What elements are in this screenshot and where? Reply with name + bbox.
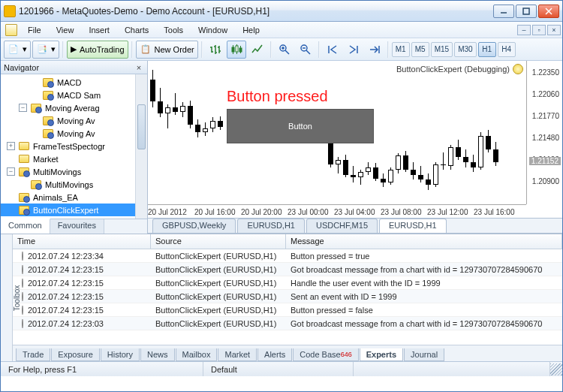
window-title: 1201966 - MetaQuotes-Demo - Demo Account…	[19, 6, 492, 17]
log-row[interactable]: 2012.07.24 12:23:15ButtonClickExpert (EU…	[13, 263, 562, 276]
chart-button[interactable]: Button	[227, 109, 374, 143]
expand-icon[interactable]	[31, 116, 39, 125]
mdi-close[interactable]: ×	[547, 25, 561, 35]
menu-charts[interactable]: Charts	[117, 24, 156, 36]
svg-rect-3	[239, 48, 242, 52]
tree-item[interactable]: MACD Sam	[1, 89, 147, 101]
toolbar: 📄▾ 📑▾ ▶AutoTrading 📋New Order M1M5M15M30…	[1, 38, 562, 61]
timeframe-M30[interactable]: M30	[454, 42, 476, 57]
maximize-button[interactable]	[516, 5, 537, 18]
timeframe-M15[interactable]: M15	[431, 42, 453, 57]
log-row[interactable]: 2012.07.24 12:23:34ButtonClickExpert (EU…	[13, 249, 562, 263]
toolbox-side: Toolbox	[1, 234, 13, 361]
timeframe-H4[interactable]: H4	[498, 42, 516, 57]
timeframe-H1[interactable]: H1	[478, 42, 496, 57]
tree-item[interactable]: MACD	[1, 76, 147, 89]
expand-icon[interactable]	[31, 91, 39, 99]
col-message[interactable]: Message	[286, 234, 562, 249]
tree-item[interactable]: Moving Av	[1, 127, 147, 140]
bar-chart-button[interactable]	[206, 41, 225, 59]
chart[interactable]: ButtonClickExpert (Debugging) Button pre…	[148, 61, 562, 219]
log-tab-journal[interactable]: Journal	[404, 348, 444, 361]
autotrading-button[interactable]: ▶AutoTrading	[67, 41, 128, 59]
tree-item[interactable]: BuyLimit	[1, 216, 147, 219]
tree-item[interactable]: +FrameTestSpectogr	[1, 140, 147, 152]
log-tab-history[interactable]: History	[101, 348, 140, 361]
log-rows[interactable]: 2012.07.24 12:23:34ButtonClickExpert (EU…	[13, 249, 562, 345]
expand-icon[interactable]	[31, 129, 39, 137]
log-tab-market[interactable]: Market	[218, 348, 257, 361]
tree-item[interactable]: −Moving Averag	[1, 101, 147, 114]
log-tab-exposure[interactable]: Exposure	[51, 348, 99, 361]
svg-rect-2	[236, 46, 238, 52]
chart-tab[interactable]: EURUSD,H1	[237, 219, 305, 233]
zoom-out-button[interactable]	[296, 41, 315, 59]
tree-item[interactable]: Animals_EA	[1, 191, 147, 204]
expand-icon[interactable]	[31, 78, 39, 86]
candle-chart-button[interactable]	[227, 41, 246, 59]
menu-file[interactable]: File	[20, 24, 49, 36]
timeframe-M5[interactable]: M5	[411, 42, 429, 57]
scroll-end-button[interactable]	[344, 41, 363, 59]
log-row[interactable]: 2012.07.24 12:23:15ButtonClickExpert (EU…	[13, 303, 562, 317]
resize-grip[interactable]	[550, 363, 562, 375]
zoom-in-button[interactable]	[275, 41, 294, 59]
navigator-tab-common[interactable]: Common	[1, 219, 50, 234]
menu-tools[interactable]: Tools	[156, 24, 191, 36]
mdi-minimize[interactable]: –	[517, 25, 531, 35]
expand-icon[interactable]	[19, 180, 27, 188]
scroll-begin-button[interactable]	[323, 41, 342, 59]
expand-icon[interactable]: −	[19, 104, 27, 112]
candle-body	[441, 164, 446, 166]
chart-tab[interactable]: USDCHF,M15	[306, 219, 378, 233]
expand-icon[interactable]	[7, 155, 15, 163]
menu-help[interactable]: Help	[235, 24, 267, 36]
log-row[interactable]: 2012.07.24 12:23:15ButtonClickExpert (EU…	[13, 276, 562, 290]
log-tab-experts[interactable]: Experts	[360, 348, 403, 361]
mdi-restore[interactable]: ▫	[532, 25, 546, 35]
shift-chart-button[interactable]	[365, 41, 384, 59]
document-icon[interactable]	[5, 24, 17, 36]
tree-item[interactable]: Moving Av	[1, 114, 147, 127]
col-source[interactable]: Source	[151, 234, 286, 249]
log-tab-mailbox[interactable]: Mailbox	[176, 348, 218, 361]
log-tab-trade[interactable]: Trade	[16, 348, 50, 361]
new-order-label: New Order	[155, 45, 194, 54]
chart-tab[interactable]: GBPUSD,Weekly	[152, 219, 236, 233]
log-row[interactable]: 2012.07.24 12:23:15ButtonClickExpert (EU…	[13, 290, 562, 303]
tree-item[interactable]: ButtonClickExpert	[1, 204, 147, 216]
tree-item[interactable]: MultiMovings	[1, 178, 147, 191]
chart-tab[interactable]: EURUSD,H1	[379, 219, 447, 233]
tree-item[interactable]: −MultiMovings	[1, 165, 147, 178]
tree-label: MultiMovings	[44, 180, 95, 189]
minimize-button[interactable]	[493, 5, 514, 18]
navigator-close-icon[interactable]: ×	[134, 62, 144, 73]
timeframe-M1[interactable]: M1	[392, 42, 410, 57]
log-tab-code-base[interactable]: Code Base646	[293, 348, 358, 361]
menu-insert[interactable]: Insert	[81, 24, 117, 36]
candle-body	[366, 167, 371, 172]
candle-body	[203, 128, 208, 132]
log-row[interactable]: 2012.07.24 12:23:03ButtonClickExpert (EU…	[13, 317, 562, 330]
log-tab-alerts[interactable]: Alerts	[257, 348, 292, 361]
navigator-tab-favourites[interactable]: Favourites	[50, 219, 104, 234]
line-chart-button[interactable]	[248, 41, 267, 59]
expand-icon[interactable]: −	[7, 167, 15, 176]
expand-icon[interactable]: +	[7, 142, 15, 150]
expand-icon[interactable]	[7, 193, 15, 201]
tree-item[interactable]: Market	[1, 152, 147, 165]
navigator-tree[interactable]: MACDMACD Sam−Moving AveragMoving AvMovin…	[1, 74, 147, 219]
col-time[interactable]: Time	[13, 234, 151, 249]
log-tab-news[interactable]: News	[140, 348, 175, 361]
log-source: ButtonClickExpert (EURUSD,H1)	[151, 252, 286, 261]
new-order-button[interactable]: 📋New Order	[136, 41, 198, 59]
close-button[interactable]	[538, 5, 559, 18]
navigator-scrollbar[interactable]	[135, 74, 147, 219]
new-chart-button[interactable]: 📄▾	[4, 41, 31, 59]
menu-window[interactable]: Window	[191, 24, 235, 36]
scrollbar-thumb[interactable]	[137, 104, 146, 149]
toolbox-label: Toolbox	[13, 279, 21, 317]
expand-icon[interactable]	[7, 206, 15, 214]
menu-view[interactable]: View	[49, 24, 82, 36]
profiles-button[interactable]: 📑▾	[32, 41, 59, 59]
